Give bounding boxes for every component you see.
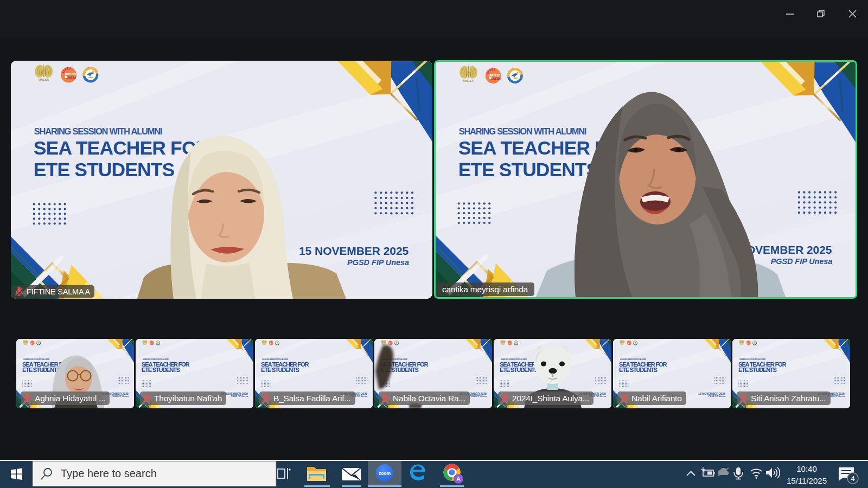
svg-text:A: A <box>456 476 460 482</box>
svg-text:4: 4 <box>851 474 855 483</box>
svg-text:10:40: 10:40 <box>796 464 817 473</box>
svg-text:Type here to search: Type here to search <box>61 467 157 479</box>
svg-text:15/11/2025: 15/11/2025 <box>787 476 827 485</box>
svg-text:zoom: zoom <box>379 471 391 476</box>
